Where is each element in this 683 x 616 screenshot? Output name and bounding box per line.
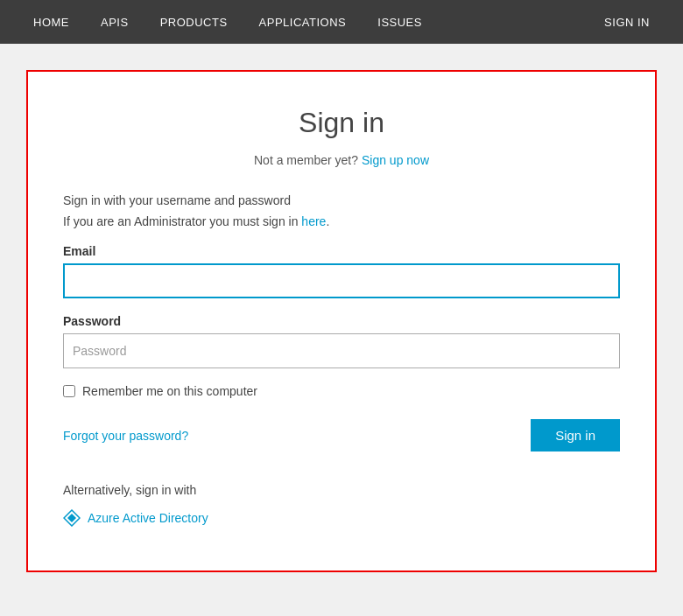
page-title: Sign in <box>63 107 620 139</box>
nav-item-products[interactable]: PRODUCTS <box>144 0 243 44</box>
aad-link[interactable]: Azure Active Directory <box>63 509 620 527</box>
alternative-text: Alternatively, sign in with <box>63 483 620 497</box>
nav-item-apis[interactable]: APIS <box>85 0 144 44</box>
admin-link[interactable]: here <box>301 214 326 228</box>
password-input[interactable] <box>63 333 620 368</box>
navbar-right: SIGN IN <box>588 0 665 44</box>
action-row: Forgot your password? Sign in <box>63 419 620 452</box>
aad-label: Azure Active Directory <box>88 511 208 525</box>
nav-item-home[interactable]: HOME <box>18 0 85 44</box>
navbar-left: HOME APIS PRODUCTS APPLICATIONS ISSUES <box>18 0 438 44</box>
signin-info-line1: Sign in with your username and password <box>63 193 620 207</box>
navbar: HOME APIS PRODUCTS APPLICATIONS ISSUES S… <box>0 0 683 44</box>
password-label: Password <box>63 314 620 328</box>
nav-item-issues[interactable]: ISSUES <box>362 0 438 44</box>
remember-label[interactable]: Remember me on this computer <box>82 384 257 398</box>
not-member-text: Not a member yet? Sign up now <box>63 153 620 167</box>
svg-marker-1 <box>67 514 76 522</box>
remember-me-row: Remember me on this computer <box>63 384 620 398</box>
admin-text-pre: If you are an Administrator you must sig… <box>63 214 301 228</box>
remember-checkbox[interactable] <box>63 385 75 397</box>
aad-icon <box>63 509 81 527</box>
admin-text-post: . <box>326 214 329 228</box>
main-content: Sign in Not a member yet? Sign up now Si… <box>0 44 683 590</box>
signin-info-line2: If you are an Administrator you must sig… <box>63 214 620 228</box>
signup-link[interactable]: Sign up now <box>362 153 429 167</box>
signin-card: Sign in Not a member yet? Sign up now Si… <box>26 70 657 572</box>
email-input[interactable] <box>63 263 620 298</box>
signin-button[interactable]: Sign in <box>531 419 620 452</box>
forgot-password-link[interactable]: Forgot your password? <box>63 429 188 443</box>
nav-item-applications[interactable]: APPLICATIONS <box>243 0 363 44</box>
nav-item-sign-in[interactable]: SIGN IN <box>588 0 665 44</box>
not-member-label: Not a member yet? <box>254 153 358 167</box>
email-label: Email <box>63 244 620 258</box>
